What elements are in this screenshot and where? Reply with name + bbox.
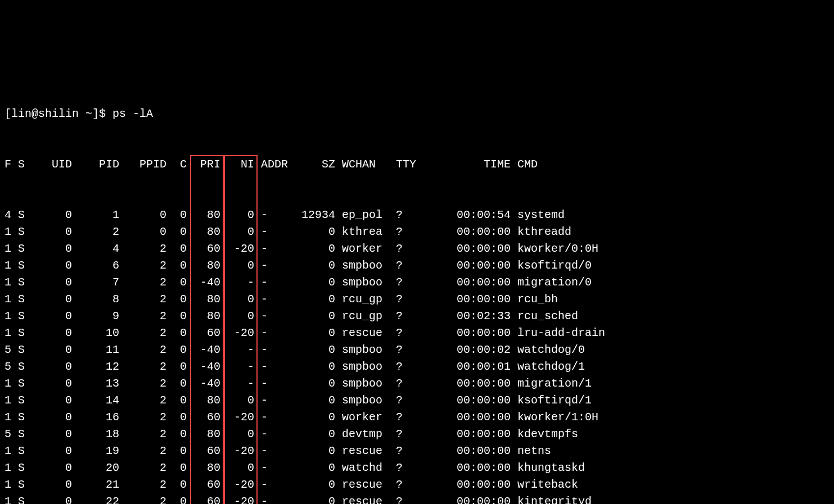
col-f: 1 — [4, 308, 11, 325]
col-time: 00:02:33 — [423, 308, 511, 325]
col-ppid: 2 — [119, 375, 166, 392]
col-c: 0 — [166, 224, 187, 240]
col-ni: -20 — [220, 443, 254, 460]
col-uid: 0 — [25, 240, 72, 257]
col-ppid: 2 — [119, 426, 166, 443]
col-sz: 0 — [295, 308, 335, 325]
col-ppid: 2 — [119, 342, 166, 358]
col-cmd: kworker/0:0H — [517, 240, 652, 257]
col-time: 00:00:54 — [423, 207, 511, 224]
col-uid: 0 — [25, 493, 72, 504]
col-cmd: kdevtmpfs — [517, 426, 652, 443]
ps-process-row: 1S0162060-20 -0 worker ?00:00:00 kworker… — [4, 409, 830, 426]
col-uid: 0 — [25, 443, 72, 460]
col-ppid: 2 — [119, 240, 166, 257]
col-ni: 0 — [220, 224, 254, 240]
col-tty: ? — [396, 274, 423, 291]
col-pri: -40 — [187, 342, 220, 358]
col-uid: 0 — [25, 224, 72, 240]
col-wchan: smpboo — [342, 358, 389, 375]
col-uid: 0 — [25, 392, 72, 409]
col-f: 1 — [4, 476, 11, 493]
col-time: 00:00:00 — [423, 392, 511, 409]
col-addr: - — [261, 308, 295, 325]
col-pid: 2 — [72, 224, 119, 240]
col-wchan: watchd — [342, 460, 389, 476]
col-f: 1 — [4, 493, 11, 504]
col-ppid: 2 — [119, 325, 166, 342]
col-pri: -40 — [187, 358, 220, 375]
col-f: 4 — [4, 207, 11, 224]
col-wchan: worker — [342, 240, 389, 257]
col-sz: 0 — [295, 274, 335, 291]
col-ppid: 2 — [119, 291, 166, 308]
col-tty: TTY — [396, 156, 423, 173]
col-wchan: smpboo — [342, 375, 389, 392]
col-cmd: lru-add-drain — [517, 325, 652, 342]
col-addr: - — [261, 392, 295, 409]
col-tty: ? — [396, 358, 423, 375]
col-pid: 12 — [72, 358, 119, 375]
col-ni: -20 — [220, 325, 254, 342]
ps-process-row: 1S0102060-20 -0 rescue ?00:00:00 lru-add… — [4, 325, 830, 342]
col-f: 5 — [4, 358, 11, 375]
col-uid: 0 — [25, 291, 72, 308]
col-c: 0 — [166, 426, 187, 443]
col-s: S — [11, 392, 25, 409]
ps-process-row: 1S0620800 -0 smpboo ?00:00:00 ksoftirqd/… — [4, 257, 830, 274]
col-time: 00:00:00 — [423, 325, 511, 342]
col-tty: ? — [396, 207, 423, 224]
col-cmd: watchdog/0 — [517, 342, 652, 358]
col-ni: NI — [220, 156, 254, 173]
col-pid: 21 — [72, 476, 119, 493]
col-addr: - — [261, 207, 295, 224]
ps-process-row: 5S01820800 -0 devtmp ?00:00:00 kdevtmpfs — [4, 426, 830, 443]
col-tty: ? — [396, 375, 423, 392]
col-sz: 0 — [295, 392, 335, 409]
col-wchan: smpboo — [342, 257, 389, 274]
ps-process-row: 5S01220-40- -0 smpboo ?00:00:01 watchdog… — [4, 358, 830, 375]
col-ppid: 2 — [119, 443, 166, 460]
col-s: S — [11, 291, 25, 308]
col-ni: - — [220, 342, 254, 358]
col-time: 00:00:00 — [423, 443, 511, 460]
col-ni: 0 — [220, 257, 254, 274]
col-time: 00:00:00 — [423, 257, 511, 274]
col-pri: 80 — [187, 426, 220, 443]
col-pri: 80 — [187, 392, 220, 409]
col-cmd: netns — [517, 443, 652, 460]
col-pri: 60 — [187, 240, 220, 257]
col-pid: 10 — [72, 325, 119, 342]
col-f: 1 — [4, 291, 11, 308]
col-s: S — [11, 443, 25, 460]
col-c: 0 — [166, 375, 187, 392]
col-sz: 0 — [295, 460, 335, 476]
col-pri: 60 — [187, 476, 220, 493]
col-s: S — [11, 358, 25, 375]
col-tty: ? — [396, 308, 423, 325]
col-addr: ADDR — [261, 156, 295, 173]
col-time: 00:00:00 — [423, 476, 511, 493]
col-pri: PRI — [187, 156, 220, 173]
col-s: S — [11, 274, 25, 291]
col-c: 0 — [166, 207, 187, 224]
col-addr: - — [261, 493, 295, 504]
col-time: 00:00:00 — [423, 240, 511, 257]
col-sz: 0 — [295, 443, 335, 460]
col-c: 0 — [166, 392, 187, 409]
col-pid: 4 — [72, 240, 119, 257]
col-tty: ? — [396, 240, 423, 257]
col-ppid: 2 — [119, 476, 166, 493]
col-f: 5 — [4, 426, 11, 443]
col-ni: 0 — [220, 291, 254, 308]
col-cmd: kintegrityd — [517, 493, 652, 504]
col-s: S — [11, 375, 25, 392]
col-pri: -40 — [187, 375, 220, 392]
col-s: S — [11, 460, 25, 476]
col-f: 1 — [4, 325, 11, 342]
col-pri: 80 — [187, 460, 220, 476]
col-ni: 0 — [220, 460, 254, 476]
ps-process-row: 1S02020800 -0 watchd ?00:00:00 khungtask… — [4, 460, 830, 476]
col-c: 0 — [166, 409, 187, 426]
col-pid: 14 — [72, 392, 119, 409]
